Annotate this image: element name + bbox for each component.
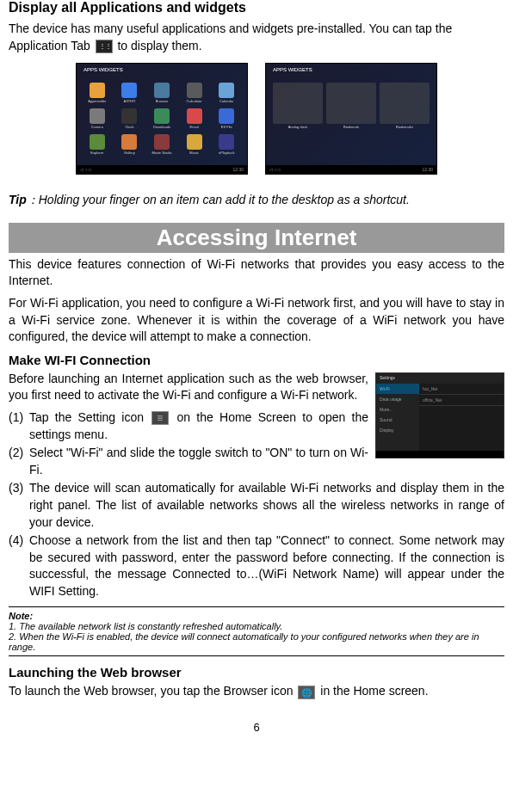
browser-pre: To launch the Web browser, you tap the B… xyxy=(9,684,296,698)
heading-browser: Launching the Web browser xyxy=(9,665,504,680)
app-label: Browser xyxy=(148,99,176,103)
banner-accessing-internet: Accessing Internet xyxy=(9,223,504,253)
app-label: ASTRO xyxy=(116,99,144,103)
app-icon xyxy=(219,134,234,150)
step-num-2: (2) xyxy=(9,445,29,478)
app-icon xyxy=(121,83,137,98)
step-4-text: Choose a network from the list and then … xyxy=(29,532,504,600)
app-icon xyxy=(219,108,234,124)
widget-box xyxy=(273,83,323,124)
app-icon xyxy=(90,134,105,150)
settings-network-row: hot_Net xyxy=(419,384,504,395)
settings-sidebar-item: Sound xyxy=(376,415,419,425)
app-icon xyxy=(187,134,202,150)
settings-sidebar-item: Data usage xyxy=(376,394,419,404)
app-cell: Camera xyxy=(83,108,111,129)
app-cell: Appinstaller xyxy=(83,83,111,103)
step-3-text: The device will scan automatically for a… xyxy=(29,480,504,531)
screenshot-widgets: APPS WIDGETS Analog clockBookmarkBookmar… xyxy=(265,63,437,175)
app-cell: Email xyxy=(181,108,208,129)
apps-para-pre: The device has many useful applications … xyxy=(9,22,452,52)
intro-p1: This device features connection of Wi-Fi… xyxy=(9,256,504,290)
app-icon xyxy=(187,83,202,98)
settings-sidebar-item: Wi-Fi xyxy=(376,384,419,394)
screenshot-tabs-1: APPS WIDGETS xyxy=(83,67,123,72)
widget-box xyxy=(380,83,430,124)
app-icon xyxy=(121,108,137,124)
widget-label: Analog clock xyxy=(273,125,323,129)
app-icon xyxy=(154,83,170,98)
tip-label: Tip xyxy=(9,193,27,206)
note-1: 1. The available network list is constan… xyxy=(9,621,504,631)
step-num-4: (4) xyxy=(9,532,29,600)
step-1: (1) Tap the Setting icon on the Home Scr… xyxy=(9,409,368,443)
section-heading-apps: Display all Applications and widgets xyxy=(9,0,504,15)
app-cell: Clock xyxy=(116,108,144,129)
step-num-1: (1) xyxy=(9,409,29,443)
widget-cell: Bookmarks xyxy=(380,83,430,129)
app-cell: Music xyxy=(181,134,208,155)
settings-screenshot: Settings Wi-FiData usageMore...SoundDisp… xyxy=(375,372,504,458)
step-2-text: Select "Wi-Fi" and slide the toggle swit… xyxy=(29,445,368,478)
app-icon xyxy=(154,108,170,124)
apps-para-post: to display them. xyxy=(117,39,201,52)
app-label: Movie Studio xyxy=(148,151,176,155)
app-cell: ASTRO xyxy=(116,83,144,103)
settings-sidebar-item: Display xyxy=(376,425,419,435)
app-cell: Gallery xyxy=(116,134,144,155)
heading-wifi: Make WI-FI Connection xyxy=(9,353,504,367)
app-label: Camera xyxy=(83,125,111,129)
settings-sidebar-item: More... xyxy=(376,404,419,415)
app-label: Appinstaller xyxy=(83,99,111,103)
apps-tab-icon xyxy=(96,40,113,53)
screenshot-tabs-2: APPS WIDGETS xyxy=(273,67,312,72)
screenshot-row: APPS WIDGETS AppinstallerASTROBrowserCal… xyxy=(9,63,504,175)
app-cell: Explorer xyxy=(83,134,111,155)
app-cell: ePlayback xyxy=(213,134,240,155)
step-num-3: (3) xyxy=(9,480,29,531)
settings-network-row: office_Net xyxy=(419,395,504,406)
screenshot-apps: APPS WIDGETS AppinstallerASTROBrowserCal… xyxy=(76,63,248,175)
screenshot-navbar-1: ◁ ○ □12:30 xyxy=(77,165,247,174)
widget-cell: Analog clock xyxy=(273,83,323,129)
tip-paragraph: Tip：Holding your finger on an item can a… xyxy=(9,192,504,209)
app-cell: Browser xyxy=(148,83,176,103)
widget-cell: Bookmark xyxy=(326,83,376,129)
app-label: Clock xyxy=(116,125,144,129)
app-cell: ES File xyxy=(213,108,240,129)
app-cell: Movie Studio xyxy=(148,134,176,155)
app-label: Explorer xyxy=(83,151,111,155)
note-label: Note: xyxy=(9,611,504,621)
settings-header: Settings xyxy=(376,373,504,384)
widget-label: Bookmark xyxy=(326,125,376,129)
app-label: Calculator xyxy=(181,99,208,103)
app-icon xyxy=(219,83,234,98)
browser-post: in the Home screen. xyxy=(320,684,428,698)
app-icon xyxy=(121,134,137,150)
app-label: Downloads xyxy=(148,125,176,129)
browser-icon xyxy=(298,686,315,699)
page-number: 6 xyxy=(9,721,504,734)
app-cell: Calculator xyxy=(181,83,208,103)
step-2: (2) Select "Wi-Fi" and slide the toggle … xyxy=(9,445,368,478)
settings-icon xyxy=(151,411,169,425)
screenshot-navbar-2: ◁ ○ □12:30 xyxy=(266,165,436,174)
tip-colon: ： xyxy=(27,193,39,206)
step-3: (3) The device will scan automatically f… xyxy=(9,480,504,531)
app-label: Gallery xyxy=(116,151,144,155)
app-cell: Calendar xyxy=(213,83,240,103)
app-icon xyxy=(90,108,105,124)
browser-para: To launch the Web browser, you tap the B… xyxy=(9,683,504,700)
app-label: Email xyxy=(181,125,208,129)
app-label: ePlayback xyxy=(213,151,240,155)
app-label: Music xyxy=(181,151,208,155)
app-icon xyxy=(187,108,202,124)
widget-label: Bookmarks xyxy=(380,125,430,129)
intro-p2: For Wi-Fi application, you need to confi… xyxy=(9,295,504,346)
step-1-pre: Tap the Setting icon xyxy=(29,410,150,424)
widget-box xyxy=(326,83,376,124)
app-icon xyxy=(154,134,170,150)
note-2: 2. When the Wi-Fi is enabled, the device… xyxy=(9,631,504,652)
app-icon xyxy=(90,83,105,98)
step-4: (4) Choose a network from the list and t… xyxy=(9,532,504,600)
